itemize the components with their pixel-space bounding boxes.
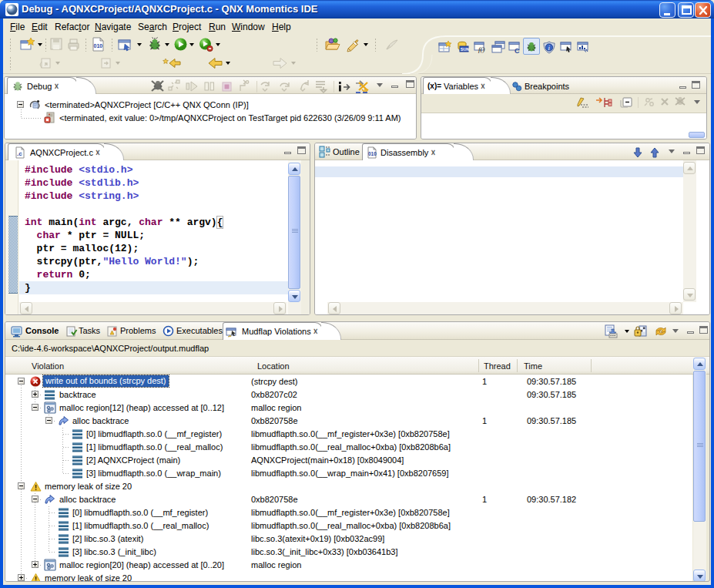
- svg-text:SUN: SUN: [461, 47, 470, 52]
- svg-text:f(): f(): [478, 45, 485, 53]
- svg-text:.c: .c: [17, 150, 22, 157]
- svg-text:010: 010: [94, 43, 103, 49]
- svg-text:C: C: [515, 47, 520, 55]
- svg-text:010: 010: [368, 151, 377, 156]
